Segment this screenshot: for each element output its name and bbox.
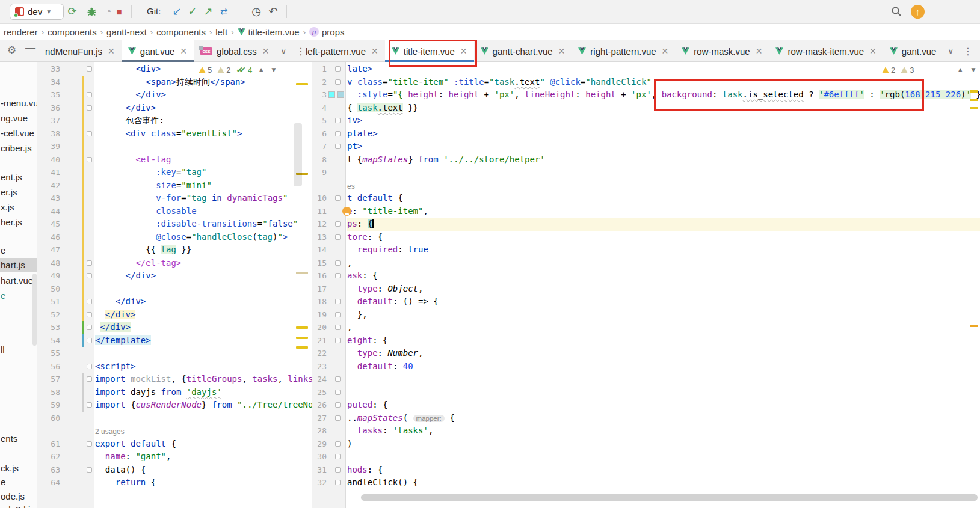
tree-item-x.js[interactable]: x.js [0, 200, 37, 214]
fold-marker-icon[interactable] [335, 480, 341, 485]
tree-item-e[interactable]: e [0, 243, 37, 257]
stripe-warning-mark[interactable] [970, 325, 978, 327]
code-line-56[interactable]: 56<script> [37, 360, 312, 373]
code-line-17[interactable]: 17 type: Object, [312, 283, 980, 296]
fold-marker-icon[interactable] [87, 325, 92, 330]
fold-marker-icon[interactable] [335, 402, 341, 408]
warning-count[interactable]: 5 [208, 66, 212, 75]
fold-marker-icon[interactable] [87, 376, 92, 382]
tree-item-e[interactable]: e [0, 289, 37, 302]
code-line-52[interactable]: 52 </div> [37, 308, 312, 322]
next-problem-icon[interactable]: ▼ [270, 66, 277, 74]
usages-inlay[interactable]: 2 usages [95, 426, 125, 439]
stop-icon[interactable]: ■ [112, 4, 126, 19]
code-line-47[interactable]: 47 {{ tag }} [37, 243, 312, 257]
tree-scrollbar[interactable] [32, 274, 37, 346]
fold-marker-icon[interactable] [335, 338, 341, 343]
fold-marker-icon[interactable] [335, 79, 341, 85]
code-line-63[interactable]: 63 data() { [37, 464, 312, 477]
git-rollback-icon[interactable]: ↶ [266, 4, 280, 19]
color-swatch-icon[interactable] [337, 91, 344, 98]
fold-marker-icon[interactable] [87, 299, 92, 304]
tree-item-ode.js[interactable]: ode.js [0, 489, 37, 503]
fold-marker-icon[interactable] [87, 66, 92, 72]
breadcrumb-item-title-item.vue[interactable]: title-item.vue [235, 27, 302, 37]
close-icon[interactable]: ✕ [370, 46, 378, 56]
stripe-warning-mark[interactable] [296, 337, 308, 339]
weak-warning-count[interactable]: 2 [226, 66, 230, 75]
code-line-61[interactable]: 61export default { [37, 438, 312, 451]
git-push-icon[interactable]: ↗ [201, 4, 215, 19]
tab-gant.vue[interactable]: gant.vue [883, 40, 943, 62]
tree-item-hart.vue[interactable]: hart.vue [0, 274, 37, 287]
code-line-23[interactable]: 23 default: 40 [312, 360, 980, 373]
fold-marker-icon[interactable] [335, 376, 341, 382]
tab-ndMenuFun.js[interactable]: ndMenuFun.js✕ [39, 40, 122, 62]
stripe-warning-mark[interactable] [296, 326, 308, 329]
run-config-selector[interactable]: dev ▼ [10, 4, 64, 20]
close-icon[interactable]: ✕ [106, 46, 115, 56]
editor-left-pane[interactable]: 33 <div>34 <span>持续时间</span>35 </div>36 … [37, 62, 312, 508]
hide-tabs-icon[interactable]: — [25, 42, 35, 54]
prev-problem-icon[interactable]: ▲ [957, 66, 964, 74]
fold-marker-icon[interactable] [335, 260, 341, 266]
code-line-20[interactable]: 20, [312, 321, 980, 334]
code-line-49[interactable]: 49 </div> [37, 269, 312, 283]
right-pane-hscrollbar[interactable] [361, 494, 978, 501]
chevron-down-icon[interactable]: ∨ [276, 40, 292, 62]
fold-marker-icon[interactable] [335, 131, 341, 136]
fold-marker-icon[interactable] [335, 299, 341, 304]
fold-marker-icon[interactable] [87, 260, 92, 266]
git-commit-icon[interactable]: ✓ [185, 4, 200, 19]
code-line-5[interactable]: 5iv> [312, 114, 980, 127]
chevron-down-icon[interactable]: ∨ [943, 40, 958, 62]
rerun-icon[interactable]: ⟳ [65, 4, 79, 19]
code-line-57[interactable]: 57import mockList, {titleGroups, tasks, … [37, 373, 312, 386]
fold-marker-icon[interactable] [335, 415, 341, 421]
fold-marker-icon[interactable] [335, 273, 341, 278]
stripe-warning-mark[interactable] [970, 99, 978, 101]
close-icon[interactable]: ✕ [459, 46, 467, 56]
breadcrumb-item-renderer[interactable]: renderer [1, 27, 40, 37]
code-line-10[interactable]: 10t default { [312, 192, 980, 205]
tree-item-er.js[interactable]: er.js [0, 185, 37, 199]
code-line-39[interactable]: 39 [37, 140, 312, 153]
code-line-27[interactable]: 27..mapStates( mapper: { [312, 412, 980, 425]
tab-title-item.vue[interactable]: title-item.vue✕ [385, 40, 474, 62]
stripe-warning-mark[interactable] [970, 107, 978, 109]
gear-icon[interactable]: ⚙ [7, 44, 16, 57]
tree-item-ode2d.js[interactable]: ode2d.js [0, 503, 37, 508]
fold-marker-icon[interactable] [335, 390, 341, 395]
fold-marker-icon[interactable] [87, 338, 92, 343]
close-icon[interactable]: ✕ [754, 46, 763, 56]
fold-marker-icon[interactable] [335, 467, 341, 473]
fold-marker-icon[interactable] [335, 325, 341, 330]
git-update-icon[interactable]: ↙ [170, 4, 184, 19]
code-line-48[interactable]: 48 </el-tag> [37, 257, 312, 270]
tab-gantt-chart.vue[interactable]: gantt-chart.vue✕ [474, 40, 572, 62]
code-line-21[interactable]: 21eight: { [312, 334, 980, 347]
code-line-2[interactable]: 2v class="title-item" :title="task.text"… [312, 76, 980, 89]
fold-marker-icon[interactable] [87, 157, 92, 162]
stripe-warning-mark[interactable] [296, 272, 308, 274]
tab-row-mask.vue[interactable]: row-mask.vue✕ [675, 40, 769, 62]
code-line-34[interactable]: 34 <span>持续时间</span> [37, 76, 312, 89]
code-line-1[interactable]: 1late> [312, 63, 980, 76]
code-line-40[interactable]: 40 <el-tag [37, 153, 312, 167]
code-line-64[interactable]: 64 return { [37, 476, 312, 489]
tab-left-pattern.vue[interactable]: left-pattern.vue✕ [299, 40, 385, 62]
code-line-28[interactable]: 28 tasks: 'tasks', [312, 424, 980, 438]
fold-marker-icon[interactable] [87, 364, 92, 369]
code-line-51[interactable]: 51 </div> [37, 295, 312, 308]
tab-gant.vue[interactable]: gant.vue✕ [122, 40, 194, 62]
code-line-50[interactable]: 50 [37, 283, 312, 296]
stripe-warning-mark[interactable] [970, 90, 978, 93]
code-line-58[interactable]: 58import dayjs from 'dayjs' [37, 386, 312, 399]
fold-marker-icon[interactable] [335, 234, 341, 240]
search-icon[interactable] [889, 4, 904, 19]
fold-marker-icon[interactable] [335, 118, 341, 123]
code-line-35[interactable]: 35 </div> [37, 88, 312, 102]
tree-item-ents[interactable]: ents [0, 432, 37, 445]
code-line-29[interactable]: 29) [312, 438, 980, 451]
update-notification-icon[interactable]: ↑ [911, 5, 925, 19]
